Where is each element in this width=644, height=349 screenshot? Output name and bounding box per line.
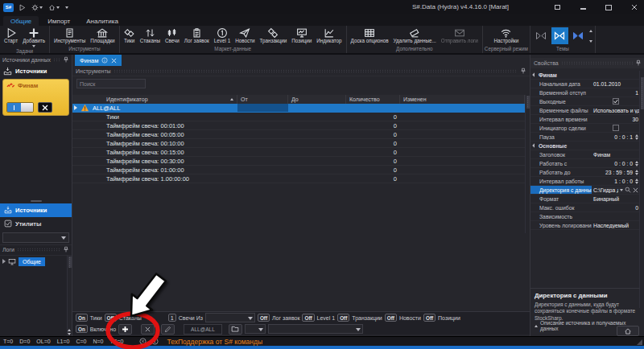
security-type-combo[interactable] [268,324,363,334]
column-header-from[interactable]: От [237,95,288,104]
pin-icon[interactable] [63,56,69,64]
property-row[interactable]: Формат Бинарный [530,195,640,203]
cell-changed[interactable] [400,104,525,112]
level1-button[interactable]: Level 1 [212,27,233,44]
drag-texture[interactable] [17,248,60,252]
table-row[interactable]: Таймфрейм свеча: 00:10:00 0 [72,139,525,148]
table-row[interactable]: Таймфрейм свеча: 00:30:00 0 [72,157,525,166]
tab-import[interactable]: Импорт [40,16,77,26]
security-lookup-button[interactable] [229,324,242,335]
property-row[interactable]: Интервал времени 30 [530,115,640,124]
row-expander-icon[interactable] [74,105,77,110]
table-row[interactable]: ALL@ALL [72,104,525,113]
board-combo[interactable] [245,324,266,334]
remove-security-button[interactable] [141,324,155,335]
logs-scrollbar[interactable] [67,256,72,337]
info-icon[interactable] [151,338,159,345]
start-quick-button[interactable] [19,4,26,11]
home-directory-button[interactable] [617,326,639,336]
ticks-button[interactable]: Тики [122,27,138,44]
positions-toggle[interactable]: Off [423,314,436,322]
table-row[interactable]: Таймфрейм свеча: 01:00:00 0 [72,166,525,174]
theme-light-button[interactable] [570,27,587,44]
cell-to[interactable] [288,104,346,112]
property-group-finam[interactable]: Финам [530,71,640,80]
spinner-buttons[interactable] [635,134,638,140]
themes-scroll-buttons[interactable] [588,28,593,44]
depths-toggle[interactable]: Off [105,314,117,322]
column-header-id[interactable]: Идентификатор [72,95,237,104]
drag-texture[interactable] [53,58,60,62]
table-row[interactable]: Таймфрейм свеча: 1.00:00:00 0 [72,174,525,183]
pin-icon[interactable] [635,60,642,67]
tab-analytics[interactable]: Аналитика [79,16,126,26]
table-row[interactable]: Таймфрейм свеча: 00:05:00 0 [72,130,525,139]
property-row[interactable]: Временной отступ 1 [530,88,640,97]
qat-more-icon[interactable] [65,6,68,9]
option-board-button[interactable]: Доска опционов [349,27,391,44]
spinner-buttons[interactable] [635,161,638,166]
level1-toggle[interactable]: Off [302,314,314,322]
pin-icon[interactable] [63,246,69,253]
sidebar-item-utilities[interactable]: Утилиты [0,217,72,231]
spinner-buttons[interactable] [635,179,638,184]
spinner-buttons[interactable] [635,170,638,175]
gear-icon[interactable] [31,4,43,11]
column-header-count[interactable]: Количество [346,95,400,104]
maximize-button[interactable] [602,2,615,12]
positions-button[interactable]: Позиции [289,27,314,44]
pin-icon[interactable] [520,68,526,75]
property-row[interactable]: Работать с 0 : 0 : 0 [530,159,640,168]
dropdown-icon[interactable] [620,189,623,191]
table-row[interactable]: Таймфрейм свеча: 00:01:00 0 [72,121,525,130]
property-row[interactable]: Уровень логирования Наследуемый [530,221,640,230]
tab-general[interactable]: Общие [3,16,39,26]
expander-icon[interactable] [2,259,6,264]
app-logo[interactable]: S# [3,3,14,12]
search-input[interactable] [76,79,146,88]
property-row[interactable]: Заголовок Финам [530,150,640,159]
property-row[interactable]: Выходные [530,97,640,106]
theme-dark-button[interactable] [533,27,550,44]
column-header-changed[interactable]: Изменен [400,95,525,104]
sidebar-item-sources[interactable]: Источники [0,203,72,217]
minimize-button[interactable] [576,2,589,12]
property-row[interactable]: Начальная дата 01.01.2010 [530,80,640,88]
candles-count-box[interactable]: 1 [168,314,176,322]
candles-button[interactable]: Свечи [163,27,182,44]
properties-scrollbar[interactable] [639,71,644,308]
add-security-button[interactable] [118,324,132,335]
support-link[interactable]: ТехПоддержка от S# команды [167,338,262,346]
ticks-toggle[interactable]: On [76,314,88,322]
close-tab-icon[interactable] [111,58,117,64]
source-card-finam[interactable]: Финам [2,79,69,116]
transactions-button[interactable]: Транзакции [258,27,290,44]
errors-icon[interactable] [139,338,147,345]
toggle-knob[interactable] [21,103,33,112]
source-enabled-toggle[interactable] [6,102,34,113]
transactions-toggle[interactable]: Off [337,314,349,322]
property-row[interactable]: Пауза 0 : 0 : 1 [530,133,640,142]
log-node-common[interactable]: Общие [0,256,72,266]
cell-from[interactable] [237,104,288,112]
table-row[interactable]: Тики 0 [72,113,525,121]
weekend-checkbox[interactable] [613,98,619,105]
indicator-button[interactable]: Индикатор [314,27,344,44]
add-button[interactable]: Добавить [20,27,47,47]
column-header-to[interactable]: До [288,95,346,104]
property-row-data-directory[interactable]: Директория с данными C:\Гидра данны... [530,186,640,195]
depths-button[interactable]: Стаканы [138,27,163,44]
clear-icon[interactable] [633,187,638,193]
drag-texture[interactable] [561,61,633,65]
search-icon[interactable] [625,187,631,193]
theme-blue-button[interactable] [551,27,568,44]
settings-button[interactable]: Настройки [491,27,521,44]
table-row[interactable]: Таймфрейм свеча: 00:15:00 0 [72,148,525,157]
resize-grip[interactable] [637,339,642,345]
document-tab-finam[interactable]: Финам [75,55,122,66]
property-group-common[interactable]: Основные [530,142,640,150]
property-row[interactable]: Работать до 23 : 59 : 59 [530,168,640,177]
delete-data-button[interactable]: Удалить данные... [391,27,439,44]
send-logs-button[interactable]: Отправить логи [439,27,481,44]
news-button[interactable]: Новости [233,27,257,44]
